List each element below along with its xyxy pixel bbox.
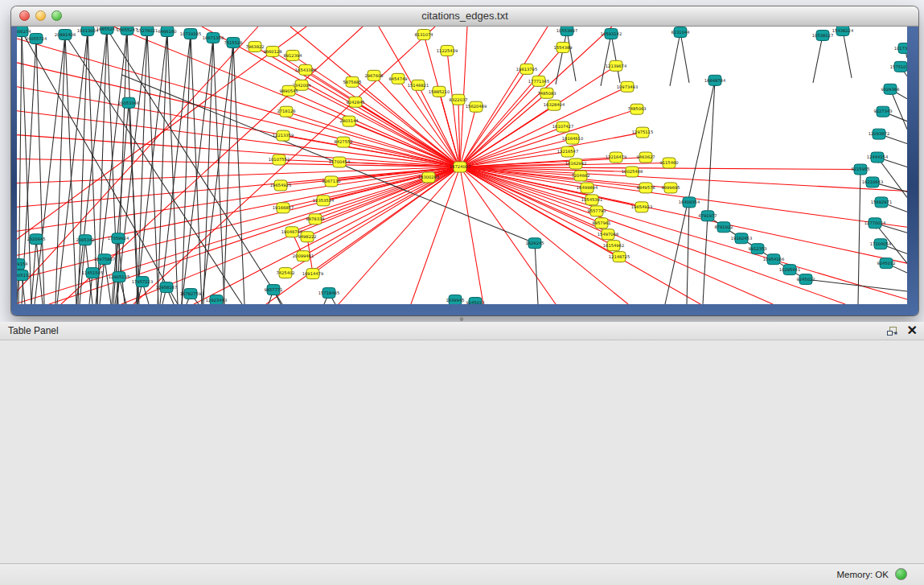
- graph-node[interactable]: 9227343: [873, 106, 892, 117]
- graph-edge[interactable]: [289, 91, 460, 167]
- graph-node[interactable]: 7485083: [537, 88, 556, 98]
- graph-edge[interactable]: [858, 169, 860, 304]
- graph-node[interactable]: 9557793: [587, 206, 606, 216]
- graph-edge[interactable]: [687, 202, 689, 304]
- graph-edge[interactable]: [460, 167, 907, 191]
- graph-node[interactable]: 9245022: [796, 274, 815, 285]
- graph-node[interactable]: 15438224: [832, 27, 854, 35]
- graph-edge[interactable]: [843, 31, 852, 78]
- graph-node[interactable]: 9806274: [17, 27, 31, 36]
- graph-edge[interactable]: [107, 29, 282, 304]
- graph-edge[interactable]: [233, 43, 244, 304]
- split-pane-handle[interactable]: [457, 317, 466, 321]
- graph-node[interactable]: 8215955: [851, 164, 869, 175]
- graph-node[interactable]: 1554389: [553, 42, 572, 52]
- graph-edge[interactable]: [601, 34, 611, 86]
- graph-edge[interactable]: [213, 38, 224, 304]
- graph-edge[interactable]: [813, 35, 823, 83]
- graph-edge[interactable]: [877, 158, 907, 198]
- graph-node[interactable]: 10173044: [894, 43, 907, 53]
- graph-node[interactable]: 20891406: [55, 29, 76, 39]
- graph-node[interactable]: 16671358: [203, 32, 224, 43]
- graph-node[interactable]: 9890545: [279, 85, 298, 96]
- graph-edge[interactable]: [17, 167, 460, 231]
- graph-node[interactable]: 16914479: [302, 269, 323, 279]
- graph-edge[interactable]: [460, 167, 907, 299]
- graph-node[interactable]: 9849578: [636, 183, 655, 193]
- graph-edge[interactable]: [411, 167, 460, 304]
- graph-node[interactable]: 17771345: [528, 76, 549, 86]
- graph-node[interactable]: 15692971: [871, 197, 892, 208]
- graph-node[interactable]: 7485063: [627, 104, 646, 114]
- graph-node[interactable]: 9463627: [636, 152, 655, 163]
- graph-node[interactable]: 10593142: [601, 28, 622, 39]
- float-panel-icon[interactable]: [886, 326, 897, 336]
- graph-node[interactable]: 16855247: [97, 27, 117, 34]
- graph-node[interactable]: 5875685: [343, 76, 361, 87]
- graph-node[interactable]: 15885210: [429, 86, 450, 97]
- graph-edge[interactable]: [17, 27, 306, 239]
- graph-node[interactable]: 12905135: [109, 272, 129, 282]
- graph-node[interactable]: 10538127: [812, 30, 833, 40]
- graph-edge[interactable]: [556, 31, 567, 84]
- graph-node[interactable]: 9242845: [346, 97, 364, 107]
- graph-node[interactable]: 9912353: [748, 244, 766, 254]
- graph-node[interactable]: 16210643: [862, 177, 883, 187]
- graph-edge[interactable]: [890, 89, 907, 130]
- graph-node[interactable]: 12444154: [867, 152, 889, 163]
- graph-node[interactable]: 10553897: [556, 27, 577, 35]
- graph-edge[interactable]: [460, 27, 612, 167]
- graph-node[interactable]: 12139674: [606, 60, 627, 71]
- graph-edge[interactable]: [202, 27, 460, 167]
- graph-node[interactable]: 8131044: [671, 27, 690, 37]
- graph-node[interactable]: 16648784: [704, 75, 726, 85]
- network-canvas[interactable]: 1872400718300295587568592428452803144842…: [17, 27, 907, 304]
- graph-node[interactable]: 9115460: [659, 158, 678, 168]
- graph-node[interactable]: 19654925: [270, 180, 291, 191]
- graph-node[interactable]: 9498222: [298, 232, 316, 242]
- graph-node[interactable]: 12093872: [869, 129, 889, 139]
- graph-node[interactable]: 9657771: [264, 285, 282, 295]
- graph-node[interactable]: 8912394: [283, 50, 302, 60]
- graph-node[interactable]: 19654923: [631, 202, 652, 212]
- graph-edge[interactable]: [567, 31, 576, 81]
- graph-node[interactable]: 10655247: [117, 27, 138, 35]
- graph-edge[interactable]: [129, 103, 139, 304]
- graph-node[interactable]: 16499894: [577, 183, 598, 193]
- graph-node[interactable]: 19162453: [731, 233, 752, 244]
- graph-node[interactable]: 8454749: [388, 73, 407, 84]
- graph-node[interactable]: 8427552: [334, 137, 352, 147]
- graph-node[interactable]: 11225439: [437, 45, 458, 56]
- graph-node[interactable]: 8267130: [322, 176, 340, 187]
- graph-node[interactable]: 10295441: [779, 265, 800, 275]
- graph-node[interactable]: 17359924: [108, 233, 129, 244]
- graph-node[interactable]: 10719185: [180, 28, 201, 39]
- graph-node[interactable]: 2320645: [27, 234, 45, 245]
- graph-node[interactable]: 15620489: [466, 101, 487, 112]
- graph-edge[interactable]: [703, 80, 715, 304]
- graph-edge[interactable]: [670, 32, 680, 86]
- graph-node[interactable]: 6466160: [158, 27, 176, 36]
- window-titlebar[interactable]: citations_edges.txt: [11, 6, 918, 27]
- graph-edge[interactable]: [460, 69, 527, 167]
- close-panel-icon[interactable]: ✕: [907, 323, 918, 338]
- graph-edge[interactable]: [611, 34, 620, 83]
- graph-node[interactable]: 9329366: [881, 84, 899, 94]
- graph-edge[interactable]: [105, 259, 111, 304]
- graph-node[interactable]: 8957961: [592, 218, 610, 229]
- graph-edge[interactable]: [36, 239, 43, 304]
- graph-node[interactable]: 9699695: [661, 183, 680, 193]
- graph-node[interactable]: 12213359: [273, 130, 294, 141]
- graph-node[interactable]: 12770034: [864, 218, 886, 229]
- graph-node[interactable]: 15751074: [890, 61, 907, 72]
- graph-node[interactable]: 16543396: [295, 64, 316, 75]
- graph-node[interactable]: 10954166: [763, 254, 784, 265]
- graph-node[interactable]: 9660128: [263, 46, 281, 56]
- graph-node[interactable]: 7204662: [571, 171, 589, 181]
- graph-edge[interactable]: [460, 167, 483, 304]
- graph-node[interactable]: 8322037: [449, 94, 467, 105]
- graph-node[interactable]: 12975115: [632, 127, 653, 138]
- graph-node[interactable]: 1639945: [446, 295, 464, 304]
- graph-node[interactable]: 2065342: [76, 235, 94, 245]
- graph-node[interactable]: 18164610: [562, 134, 583, 144]
